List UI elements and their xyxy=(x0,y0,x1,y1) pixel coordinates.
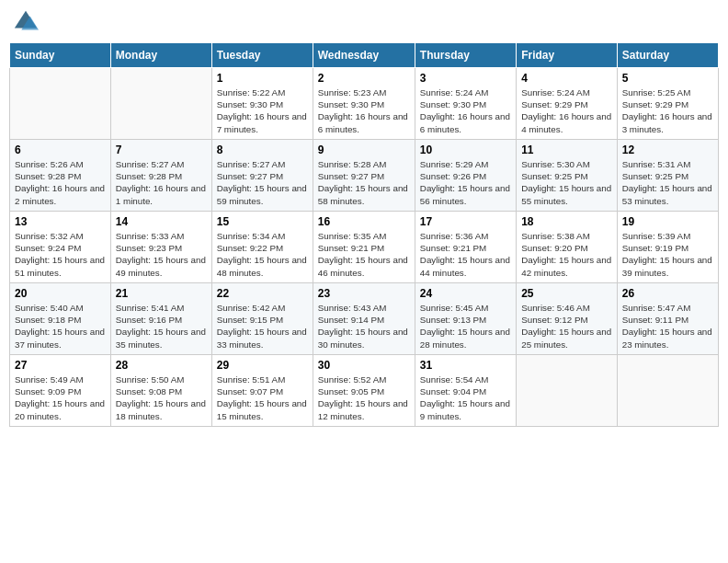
day-number: 27 xyxy=(15,359,106,372)
day-info: Sunrise: 5:32 AM Sunset: 9:24 PM Dayligh… xyxy=(15,230,106,279)
day-info: Sunrise: 5:23 AM Sunset: 9:30 PM Dayligh… xyxy=(318,86,410,135)
calendar-cell: 8Sunrise: 5:27 AM Sunset: 9:27 PM Daylig… xyxy=(211,140,313,212)
calendar-cell: 21Sunrise: 5:41 AM Sunset: 9:16 PM Dayli… xyxy=(110,283,211,355)
day-info: Sunrise: 5:43 AM Sunset: 9:14 PM Dayligh… xyxy=(318,302,410,350)
day-info: Sunrise: 5:25 AM Sunset: 9:29 PM Dayligh… xyxy=(622,86,713,135)
calendar-cell: 23Sunrise: 5:43 AM Sunset: 9:14 PM Dayli… xyxy=(313,283,415,355)
weekday-header-tuesday: Tuesday xyxy=(211,43,313,68)
day-info: Sunrise: 5:35 AM Sunset: 9:21 PM Dayligh… xyxy=(318,230,410,279)
day-number: 21 xyxy=(116,287,207,300)
calendar-cell: 10Sunrise: 5:29 AM Sunset: 9:26 PM Dayli… xyxy=(415,140,516,212)
day-info: Sunrise: 5:49 AM Sunset: 9:09 PM Dayligh… xyxy=(15,373,106,422)
day-info: Sunrise: 5:27 AM Sunset: 9:28 PM Dayligh… xyxy=(116,158,207,207)
calendar-week-1: 1Sunrise: 5:22 AM Sunset: 9:30 PM Daylig… xyxy=(10,68,719,140)
day-number: 20 xyxy=(15,287,106,300)
calendar-week-3: 13Sunrise: 5:32 AM Sunset: 9:24 PM Dayli… xyxy=(10,212,719,283)
weekday-header-sunday: Sunday xyxy=(10,43,111,68)
weekday-header-wednesday: Wednesday xyxy=(313,43,415,68)
calendar-cell: 13Sunrise: 5:32 AM Sunset: 9:24 PM Dayli… xyxy=(10,212,111,283)
day-number: 13 xyxy=(15,215,106,228)
day-number: 2 xyxy=(318,72,410,85)
weekday-header-monday: Monday xyxy=(110,43,211,68)
day-number: 3 xyxy=(420,72,511,85)
calendar-cell xyxy=(617,355,718,427)
day-info: Sunrise: 5:42 AM Sunset: 9:15 PM Dayligh… xyxy=(217,302,308,350)
calendar-cell: 11Sunrise: 5:30 AM Sunset: 9:25 PM Dayli… xyxy=(517,140,618,212)
day-info: Sunrise: 5:28 AM Sunset: 9:27 PM Dayligh… xyxy=(318,158,410,207)
weekday-header-friday: Friday xyxy=(517,43,618,68)
day-number: 22 xyxy=(217,287,308,300)
day-number: 16 xyxy=(318,215,410,228)
calendar-cell: 29Sunrise: 5:51 AM Sunset: 9:07 PM Dayli… xyxy=(211,355,313,427)
calendar-cell: 3Sunrise: 5:24 AM Sunset: 9:30 PM Daylig… xyxy=(415,68,516,140)
calendar-cell: 19Sunrise: 5:39 AM Sunset: 9:19 PM Dayli… xyxy=(617,212,718,283)
day-number: 10 xyxy=(420,144,511,156)
weekday-header-row: SundayMondayTuesdayWednesdayThursdayFrid… xyxy=(10,43,719,68)
day-info: Sunrise: 5:33 AM Sunset: 9:23 PM Dayligh… xyxy=(116,230,207,279)
day-info: Sunrise: 5:39 AM Sunset: 9:19 PM Dayligh… xyxy=(622,230,713,279)
calendar-cell: 24Sunrise: 5:45 AM Sunset: 9:13 PM Dayli… xyxy=(415,283,516,355)
day-info: Sunrise: 5:31 AM Sunset: 9:25 PM Dayligh… xyxy=(622,158,713,207)
day-info: Sunrise: 5:50 AM Sunset: 9:08 PM Dayligh… xyxy=(116,373,207,422)
calendar-cell: 22Sunrise: 5:42 AM Sunset: 9:15 PM Dayli… xyxy=(211,283,313,355)
calendar-cell xyxy=(110,68,211,140)
calendar-cell: 14Sunrise: 5:33 AM Sunset: 9:23 PM Dayli… xyxy=(110,212,211,283)
day-info: Sunrise: 5:45 AM Sunset: 9:13 PM Dayligh… xyxy=(420,302,511,350)
calendar-cell: 30Sunrise: 5:52 AM Sunset: 9:05 PM Dayli… xyxy=(313,355,415,427)
day-info: Sunrise: 5:22 AM Sunset: 9:30 PM Dayligh… xyxy=(217,86,308,135)
calendar-cell: 4Sunrise: 5:24 AM Sunset: 9:29 PM Daylig… xyxy=(517,68,618,140)
calendar-cell: 27Sunrise: 5:49 AM Sunset: 9:09 PM Dayli… xyxy=(10,355,111,427)
calendar-cell: 2Sunrise: 5:23 AM Sunset: 9:30 PM Daylig… xyxy=(313,68,415,140)
calendar-cell: 9Sunrise: 5:28 AM Sunset: 9:27 PM Daylig… xyxy=(313,140,415,212)
day-number: 1 xyxy=(217,72,308,85)
day-info: Sunrise: 5:30 AM Sunset: 9:25 PM Dayligh… xyxy=(521,158,612,207)
calendar-cell: 18Sunrise: 5:38 AM Sunset: 9:20 PM Dayli… xyxy=(517,212,618,283)
day-info: Sunrise: 5:46 AM Sunset: 9:12 PM Dayligh… xyxy=(521,302,612,350)
calendar-cell: 31Sunrise: 5:54 AM Sunset: 9:04 PM Dayli… xyxy=(415,355,516,427)
calendar-cell: 1Sunrise: 5:22 AM Sunset: 9:30 PM Daylig… xyxy=(211,68,313,140)
day-number: 15 xyxy=(217,215,308,228)
weekday-header-saturday: Saturday xyxy=(617,43,718,68)
day-number: 25 xyxy=(521,287,612,300)
calendar-cell: 28Sunrise: 5:50 AM Sunset: 9:08 PM Dayli… xyxy=(110,355,211,427)
day-info: Sunrise: 5:24 AM Sunset: 9:29 PM Dayligh… xyxy=(521,86,612,135)
day-info: Sunrise: 5:47 AM Sunset: 9:11 PM Dayligh… xyxy=(622,302,713,350)
day-info: Sunrise: 5:27 AM Sunset: 9:27 PM Dayligh… xyxy=(217,158,308,207)
calendar-week-4: 20Sunrise: 5:40 AM Sunset: 9:18 PM Dayli… xyxy=(10,283,719,355)
page-header xyxy=(9,9,719,35)
day-number: 30 xyxy=(318,359,410,372)
weekday-header-thursday: Thursday xyxy=(415,43,516,68)
calendar-week-2: 6Sunrise: 5:26 AM Sunset: 9:28 PM Daylig… xyxy=(10,140,719,212)
calendar-cell: 5Sunrise: 5:25 AM Sunset: 9:29 PM Daylig… xyxy=(617,68,718,140)
day-info: Sunrise: 5:36 AM Sunset: 9:21 PM Dayligh… xyxy=(420,230,511,279)
day-number: 23 xyxy=(318,287,410,300)
calendar-cell: 7Sunrise: 5:27 AM Sunset: 9:28 PM Daylig… xyxy=(110,140,211,212)
day-info: Sunrise: 5:34 AM Sunset: 9:22 PM Dayligh… xyxy=(217,230,308,279)
calendar-cell: 15Sunrise: 5:34 AM Sunset: 9:22 PM Dayli… xyxy=(211,212,313,283)
day-number: 31 xyxy=(420,359,511,372)
day-number: 4 xyxy=(521,72,612,85)
day-number: 29 xyxy=(217,359,308,372)
day-info: Sunrise: 5:38 AM Sunset: 9:20 PM Dayligh… xyxy=(521,230,612,279)
day-info: Sunrise: 5:40 AM Sunset: 9:18 PM Dayligh… xyxy=(15,302,106,350)
day-info: Sunrise: 5:51 AM Sunset: 9:07 PM Dayligh… xyxy=(217,373,308,422)
logo xyxy=(13,9,42,35)
day-number: 17 xyxy=(420,215,511,228)
day-number: 9 xyxy=(318,144,410,156)
day-info: Sunrise: 5:29 AM Sunset: 9:26 PM Dayligh… xyxy=(420,158,511,207)
day-number: 7 xyxy=(116,144,207,156)
calendar-cell: 12Sunrise: 5:31 AM Sunset: 9:25 PM Dayli… xyxy=(617,140,718,212)
day-number: 28 xyxy=(116,359,207,372)
calendar-week-5: 27Sunrise: 5:49 AM Sunset: 9:09 PM Dayli… xyxy=(10,355,719,427)
day-info: Sunrise: 5:24 AM Sunset: 9:30 PM Dayligh… xyxy=(420,86,511,135)
calendar-cell: 16Sunrise: 5:35 AM Sunset: 9:21 PM Dayli… xyxy=(313,212,415,283)
calendar-cell: 25Sunrise: 5:46 AM Sunset: 9:12 PM Dayli… xyxy=(517,283,618,355)
calendar-cell: 26Sunrise: 5:47 AM Sunset: 9:11 PM Dayli… xyxy=(617,283,718,355)
day-number: 12 xyxy=(622,144,713,156)
logo-icon xyxy=(13,9,39,35)
day-info: Sunrise: 5:54 AM Sunset: 9:04 PM Dayligh… xyxy=(420,373,511,422)
calendar-cell: 6Sunrise: 5:26 AM Sunset: 9:28 PM Daylig… xyxy=(10,140,111,212)
day-info: Sunrise: 5:41 AM Sunset: 9:16 PM Dayligh… xyxy=(116,302,207,350)
day-number: 8 xyxy=(217,144,308,156)
day-number: 19 xyxy=(622,215,713,228)
